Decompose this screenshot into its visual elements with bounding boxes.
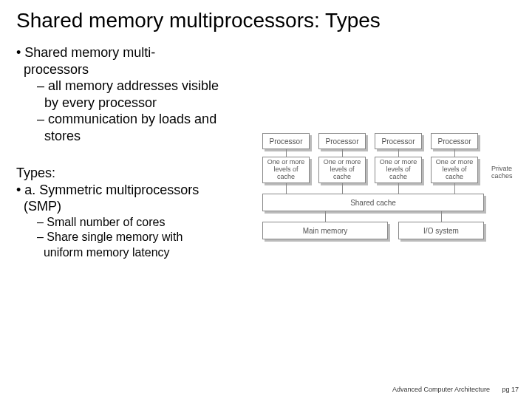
- processor-box: Processor: [431, 133, 478, 149]
- smp-diagram: Processor One or more levels of cache Pr…: [262, 133, 525, 239]
- connector-line: [454, 149, 455, 157]
- connector-line: [342, 183, 343, 194]
- body-block-1: • Shared memory multi- processors – all …: [16, 44, 516, 144]
- connector-line: [454, 183, 455, 194]
- connector-line: [325, 211, 326, 222]
- processor-box: Processor: [262, 133, 310, 149]
- processor-box: Processor: [318, 133, 366, 149]
- connector-line: [398, 183, 399, 194]
- slide-footer: Advanced Computer Architecture pg 17: [392, 386, 519, 393]
- cache-box: One or more levels of cache: [318, 157, 366, 183]
- processor-box: Processor: [375, 133, 422, 149]
- connector-line: [342, 149, 343, 157]
- connector-line: [398, 149, 399, 157]
- shared-cache-box: Shared cache: [262, 194, 484, 211]
- cache-box: One or more levels of cache: [431, 157, 478, 183]
- cache-box: One or more levels of cache: [375, 157, 422, 183]
- private-caches-label: Privatecaches: [491, 166, 513, 180]
- io-system-box: I/O system: [398, 222, 484, 239]
- cache-box: One or more levels of cache: [262, 157, 310, 183]
- main-memory-box: Main memory: [262, 222, 388, 239]
- footer-page: pg 17: [502, 386, 519, 393]
- footer-course: Advanced Computer Architecture: [392, 386, 490, 393]
- connector-line: [286, 183, 287, 194]
- connector-line: [441, 211, 442, 222]
- page-title: Shared memory multiprocessors: Types: [16, 9, 516, 33]
- bullet-smm: • Shared memory multi- processors: [16, 44, 516, 78]
- connector-line: [286, 149, 287, 157]
- bullet-smm-a: – all memory addresses visible by every …: [37, 78, 516, 111]
